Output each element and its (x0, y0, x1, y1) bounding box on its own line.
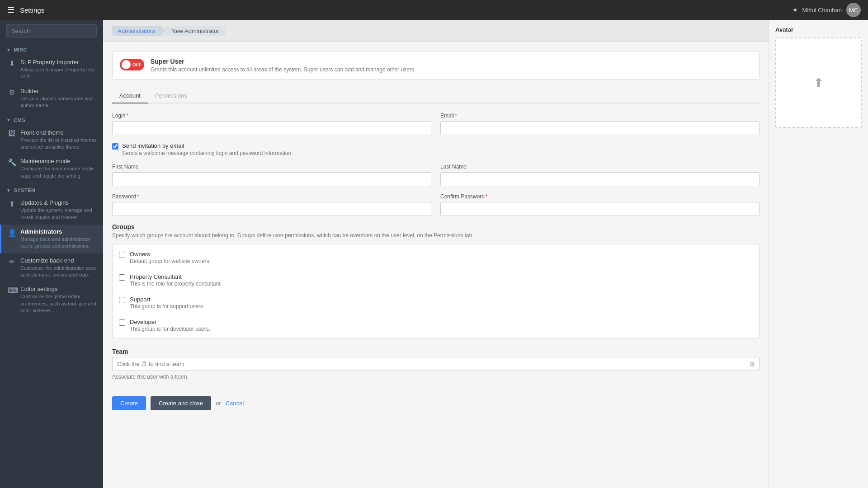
theme-title: Front-end theme (20, 129, 97, 136)
team-input[interactable] (112, 357, 760, 371)
sidebar-item-updates-plugins[interactable]: ⬆ Updates & Plugins Update the system, m… (0, 196, 103, 225)
sidebar-item-builder[interactable]: ⚙ Builder Set your plugins namespace and… (0, 84, 103, 113)
topbar: ☰ Settings ✦ Mittul Chauhan MC (0, 0, 868, 20)
confirm-password-group: Confirm Password* (440, 193, 760, 216)
group-checkbox-support[interactable] (119, 297, 125, 303)
email-label: Email* (440, 113, 760, 119)
sidebar-item-slp-property-importer[interactable]: ⬇ SLP Property Importer Allows you to im… (0, 55, 103, 84)
group-name-developer: Developer (130, 319, 210, 325)
create-and-close-button[interactable]: Create and close (151, 396, 211, 410)
builder-title: Builder (20, 88, 97, 94)
email-input[interactable] (440, 121, 760, 135)
star-icon[interactable]: ✦ (792, 6, 798, 14)
editor-desc: Customize the global editor preferences,… (20, 293, 97, 314)
group-name-owners: Owners (130, 251, 211, 258)
admin-title: Administrators (20, 228, 97, 235)
updates-desc: Update the system, manage and install pl… (20, 207, 97, 221)
right-panel: Avatar ⬆ (769, 20, 868, 488)
group-desc-support: This group is for support users. (130, 303, 204, 310)
super-user-desc: Grants this account unlimited access to … (151, 66, 415, 73)
last-name-input[interactable] (440, 172, 760, 186)
super-user-toggle[interactable]: OFF (120, 59, 144, 70)
search-input[interactable] (6, 24, 97, 38)
group-item-developer[interactable]: Developer This group is for developer us… (113, 314, 759, 337)
cancel-button[interactable]: Cancel (226, 400, 244, 407)
cms-section-label: CMS (14, 117, 25, 123)
toggle-label: OFF (132, 62, 142, 67)
main-layout: ▼ MISC ⬇ SLP Property Importer Allows yo… (0, 20, 868, 488)
name-row: First Name Last Name (112, 164, 760, 186)
sidebar-item-administrators[interactable]: 👤 Administrators Manage back-end adminis… (0, 225, 103, 253)
first-name-label: First Name (112, 164, 431, 170)
group-item-property-consultant[interactable]: Property Consultant This is the role for… (113, 269, 759, 291)
password-required: * (137, 193, 139, 200)
first-name-input[interactable] (112, 172, 431, 186)
user-avatar[interactable]: MC (846, 3, 861, 17)
or-text: or (216, 400, 221, 407)
first-name-group: First Name (112, 164, 431, 186)
editor-title: Editor settings (20, 286, 97, 292)
sidebar-item-customize-back-end[interactable]: ✏ Customize back-end Customize the admin… (0, 253, 103, 282)
breadcrumb-current: New Administrator (165, 26, 225, 36)
password-group: Password* (112, 193, 431, 216)
send-invitation-desc: Sends a welcome message containing login… (122, 150, 293, 156)
slp-title: SLP Property Importer (20, 59, 97, 66)
sidebar-section-cms[interactable]: ▼ CMS (0, 113, 103, 126)
team-desc: Associate this user with a team. (112, 374, 760, 380)
team-title: Team (112, 348, 760, 355)
login-input[interactable] (112, 121, 431, 135)
sidebar-item-maintenance-mode[interactable]: 🔧 Maintenance mode Configure the mainten… (0, 154, 103, 183)
misc-chevron-icon: ▼ (6, 47, 11, 52)
avatar-upload-box[interactable]: ⬆ (775, 38, 862, 128)
group-item-support[interactable]: Support This group is for support users. (113, 291, 759, 314)
content-body: Administrators New Administrator OFF Sup… (103, 20, 868, 488)
group-desc-property-consultant: This is the role for property consultant (130, 281, 221, 287)
confirm-password-input[interactable] (440, 202, 760, 216)
theme-desc: Preview the list of installed themes and… (20, 137, 97, 151)
group-checkbox-developer[interactable] (119, 319, 125, 326)
password-row: Password* Confirm Password* (112, 193, 760, 216)
group-name-support: Support (130, 296, 204, 303)
breadcrumb-parent[interactable]: Administrators (112, 26, 160, 36)
group-checkbox-owners[interactable] (119, 252, 125, 258)
last-name-group: Last Name (440, 164, 760, 186)
action-buttons: Create Create and close or Cancel (112, 389, 760, 414)
team-input-row: ⊞ (112, 357, 760, 371)
username-label: Mittul Chauhan (802, 7, 842, 14)
login-label: Login* (112, 113, 431, 119)
system-section-label: SYSTEM (14, 188, 35, 193)
email-group: Email* (440, 113, 760, 135)
slp-desc: Allows you to import Property into SLP. (20, 66, 97, 80)
editor-icon: ⌨ (8, 286, 16, 295)
form-container: OFF Super User Grants this account unlim… (103, 42, 769, 488)
group-checkbox-property-consultant[interactable] (119, 274, 125, 281)
breadcrumb-arrow (160, 24, 165, 37)
theme-icon: 🖼 (8, 130, 16, 138)
password-input[interactable] (112, 202, 431, 216)
confirm-password-required: * (486, 193, 488, 200)
download-icon: ⬇ (8, 59, 16, 68)
sidebar-item-editor-settings[interactable]: ⌨ Editor settings Customize the global e… (0, 282, 103, 318)
content-area: Administrators New Administrator OFF Sup… (103, 20, 769, 488)
hamburger-icon[interactable]: ☰ (7, 5, 14, 15)
sidebar: ▼ MISC ⬇ SLP Property Importer Allows yo… (0, 20, 103, 488)
confirm-password-label: Confirm Password* (440, 193, 760, 200)
team-list-icon[interactable]: ⊞ (750, 361, 755, 368)
topbar-right: ✦ Mittul Chauhan MC (792, 3, 861, 17)
send-invitation-checkbox[interactable] (112, 143, 118, 150)
maintenance-desc: Configure the maintenance mode page and … (20, 165, 97, 179)
admin-icon: 👤 (8, 229, 16, 237)
create-button[interactable]: Create (112, 396, 146, 410)
gear-icon: ⚙ (8, 88, 16, 97)
groups-desc: Specify which groups the account should … (112, 232, 760, 239)
sidebar-section-misc[interactable]: ▼ MISC (0, 42, 103, 55)
sidebar-item-front-end-theme[interactable]: 🖼 Front-end theme Preview the list of in… (0, 126, 103, 155)
last-name-label: Last Name (440, 164, 760, 170)
group-name-property-consultant: Property Consultant (130, 273, 221, 280)
tabs-bar: Account Permissions (112, 89, 760, 103)
tab-account[interactable]: Account (112, 89, 148, 103)
email-required: * (455, 113, 457, 119)
group-item-owners[interactable]: Owners Default group for website owners. (113, 246, 759, 269)
sidebar-section-system[interactable]: ▼ SYSTEM (0, 183, 103, 196)
tab-permissions[interactable]: Permissions (148, 89, 194, 103)
